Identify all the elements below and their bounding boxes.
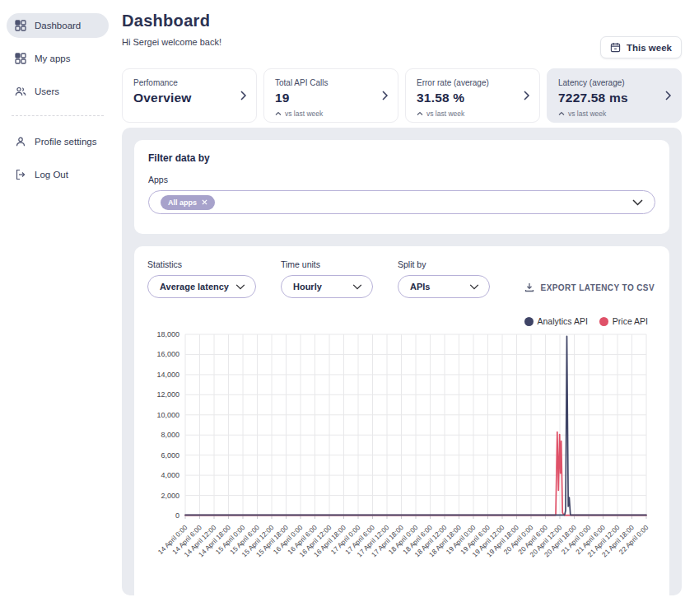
legend-dot xyxy=(524,317,534,326)
chip-label: All apps xyxy=(168,198,197,207)
logout-icon xyxy=(15,169,26,180)
users-icon xyxy=(15,86,26,97)
statistics-card: Statistics Average latency Time units Ho… xyxy=(134,246,669,606)
sidebar: Dashboard My apps xyxy=(0,0,115,616)
chevron-right-icon xyxy=(240,90,247,101)
svg-text:12,000: 12,000 xyxy=(156,390,179,399)
grid-icon xyxy=(15,20,26,31)
split-by-select[interactable]: APIs xyxy=(398,275,490,298)
card-trend-label: vs last week xyxy=(568,110,606,118)
card-trend: vs last week xyxy=(558,110,656,118)
svg-text:10,000: 10,000 xyxy=(156,411,179,419)
main-content: Dashboard Hi Sergei welcome back! This w… xyxy=(115,0,685,616)
chevron-down-icon xyxy=(235,284,245,290)
sidebar-item-label: Users xyxy=(35,86,59,96)
this-week-label: This week xyxy=(627,43,672,53)
card-trend: vs last week xyxy=(417,110,515,118)
filter-title: Filter data by xyxy=(148,152,655,164)
split-by-control: Split by APIs xyxy=(398,259,490,298)
svg-text:4,000: 4,000 xyxy=(161,471,179,479)
card-performance[interactable]: Perfomance Overview xyxy=(122,68,257,123)
svg-text:6,000: 6,000 xyxy=(161,451,179,460)
chevron-right-icon xyxy=(523,90,530,101)
chevron-up-icon xyxy=(275,111,282,116)
sidebar-item-users[interactable]: Users xyxy=(7,79,109,104)
svg-text:14,000: 14,000 xyxy=(156,371,179,379)
latency-chart[interactable]: 14 April 0:0014 April 6:0014 April 12:00… xyxy=(147,328,655,586)
svg-text:2,000: 2,000 xyxy=(161,492,179,500)
filter-card: Filter data by Apps All apps xyxy=(134,140,669,234)
statistics-value: Average latency xyxy=(160,282,229,292)
grid-icon xyxy=(15,53,26,64)
statistics-control: Statistics Average latency xyxy=(147,259,256,298)
time-units-label: Time units xyxy=(281,259,373,269)
legend-item-price-api[interactable]: Price API xyxy=(599,316,648,326)
user-icon xyxy=(15,136,26,147)
this-week-button[interactable]: This week xyxy=(600,36,682,58)
export-csv-button[interactable]: EXPORT LATENCY TO CSV xyxy=(524,282,655,298)
sidebar-item-label: My apps xyxy=(35,54,70,63)
card-latency[interactable]: Latency (average) 7227.58 ms vs last wee… xyxy=(547,68,682,123)
calendar-icon xyxy=(610,42,621,53)
chevron-right-icon xyxy=(381,90,389,101)
svg-text:16,000: 16,000 xyxy=(156,350,179,358)
svg-text:8,000: 8,000 xyxy=(161,431,179,439)
time-units-select[interactable]: Hourly xyxy=(281,275,373,298)
legend-label: Price API xyxy=(613,316,648,326)
chart-controls: Statistics Average latency Time units Ho… xyxy=(147,259,655,298)
card-label: Latency (average) xyxy=(558,78,656,87)
legend-label: Analytics API xyxy=(538,316,588,326)
card-trend: vs last week xyxy=(275,110,373,118)
apps-field-label: Apps xyxy=(148,175,655,184)
legend-item-analytics-api[interactable]: Analytics API xyxy=(524,316,588,326)
card-label: Total API Calls xyxy=(275,78,373,87)
card-error-rate[interactable]: Error rate (average) 31.58 % vs last wee… xyxy=(405,68,540,123)
chevron-up-icon xyxy=(417,111,423,116)
sidebar-item-dashboard[interactable]: Dashboard xyxy=(7,13,109,38)
stat-cards-row: Perfomance Overview Total API Calls 19 v… xyxy=(122,68,682,123)
all-apps-chip[interactable]: All apps xyxy=(161,195,215,210)
greeting-text: Hi Sergei welcome back! xyxy=(122,37,682,47)
page-title: Dashboard xyxy=(122,12,682,30)
sidebar-item-label: Log Out xyxy=(35,170,68,180)
time-units-control: Time units Hourly xyxy=(281,259,373,298)
statistics-select[interactable]: Average latency xyxy=(147,275,256,298)
card-value: Overview xyxy=(133,91,231,105)
chart-legend: Analytics API Price API xyxy=(147,316,648,326)
card-value: 31.58 % xyxy=(417,91,515,105)
chevron-up-icon xyxy=(558,111,565,116)
sidebar-divider xyxy=(12,115,104,116)
card-trend-label: vs last week xyxy=(285,110,323,118)
time-units-value: Hourly xyxy=(293,282,322,292)
apps-multiselect[interactable]: All apps xyxy=(148,190,655,214)
svg-text:18,000: 18,000 xyxy=(156,330,179,338)
sidebar-item-log-out[interactable]: Log Out xyxy=(7,162,109,187)
download-icon xyxy=(524,282,534,292)
chevron-down-icon xyxy=(352,284,362,290)
sidebar-item-label: Dashboard xyxy=(35,21,81,30)
close-icon[interactable] xyxy=(202,199,207,205)
card-label: Error rate (average) xyxy=(417,78,515,87)
chevron-down-icon[interactable] xyxy=(632,199,643,206)
chevron-down-icon xyxy=(469,284,479,290)
sidebar-item-my-apps[interactable]: My apps xyxy=(7,46,109,71)
dashboard-panel: Filter data by Apps All apps Statistics xyxy=(122,128,682,595)
statistics-label: Statistics xyxy=(147,259,256,269)
export-csv-label: EXPORT LATENCY TO CSV xyxy=(541,283,655,292)
card-value: 7227.58 ms xyxy=(558,91,656,105)
chart-area: 14 April 0:0014 April 6:0014 April 12:00… xyxy=(147,328,655,590)
card-value: 19 xyxy=(275,91,373,105)
sidebar-item-label: Profile settings xyxy=(35,137,96,147)
chevron-right-icon xyxy=(664,90,672,101)
split-by-value: APIs xyxy=(410,282,430,292)
sidebar-item-profile-settings[interactable]: Profile settings xyxy=(7,129,109,154)
split-by-label: Split by xyxy=(398,259,490,269)
app-window: Dashboard My apps xyxy=(0,0,685,616)
card-total-api-calls[interactable]: Total API Calls 19 vs last week xyxy=(263,68,398,123)
legend-dot xyxy=(599,317,608,326)
svg-text:0: 0 xyxy=(175,511,179,520)
card-trend-label: vs last week xyxy=(426,110,464,118)
card-label: Perfomance xyxy=(133,78,231,87)
